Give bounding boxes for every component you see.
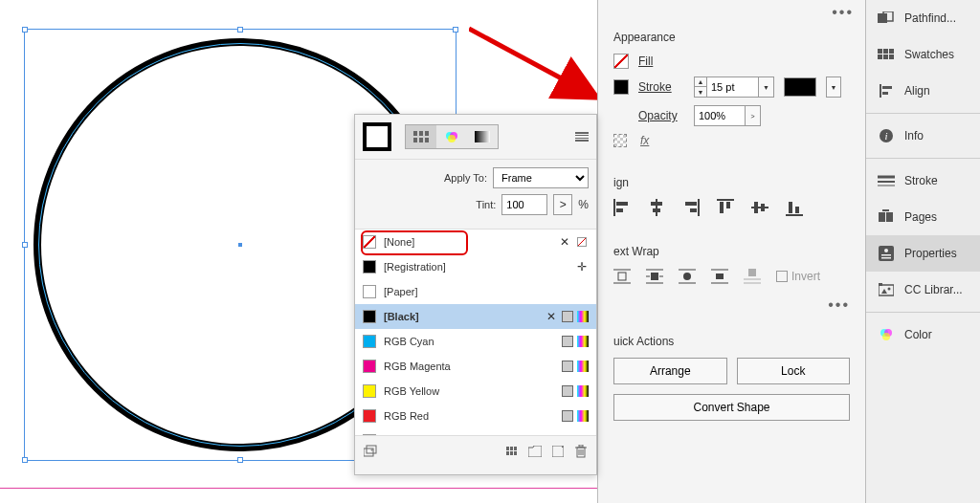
- resize-handle-bm[interactable]: [237, 457, 243, 463]
- swatch-item[interactable]: RGB Red: [355, 404, 596, 428]
- align-right-icon[interactable]: [682, 199, 700, 216]
- align-left-icon[interactable]: [613, 199, 631, 216]
- swatch-tab-gradient[interactable]: [467, 125, 498, 148]
- svg-rect-40: [413, 138, 417, 142]
- swatches-current-swatch[interactable]: [363, 122, 391, 151]
- footer-grid-icon[interactable]: [504, 444, 520, 459]
- fill-label[interactable]: Fill: [638, 55, 653, 68]
- properties-icon: [878, 245, 895, 262]
- panel-menu-icon[interactable]: •••: [832, 4, 854, 21]
- swatches-list[interactable]: [None] ✕ [Registration] ✛ [Paper] [Black…: [355, 229, 596, 435]
- apply-to-label: Apply To:: [444, 172, 487, 184]
- align-center-v-icon[interactable]: [751, 199, 768, 216]
- invert-checkbox-group[interactable]: Invert: [776, 270, 820, 283]
- resize-handle-ml[interactable]: [22, 242, 28, 248]
- stroke-weight-input[interactable]: [707, 77, 759, 98]
- svg-rect-2: [613, 199, 615, 216]
- opacity-dropdown[interactable]: >: [746, 105, 761, 126]
- resize-handle-tl[interactable]: [22, 27, 28, 33]
- svg-rect-5: [656, 199, 657, 216]
- panel-tab-label: Pathfind...: [904, 11, 956, 25]
- swatch-item[interactable]: [Paper]: [355, 279, 596, 304]
- swatch-item[interactable]: [None] ✕: [355, 230, 596, 254]
- panel-tab-align[interactable]: Align: [866, 73, 980, 109]
- align-top-icon[interactable]: [717, 199, 734, 216]
- new-group-icon[interactable]: +: [363, 444, 378, 459]
- svg-rect-55: [514, 451, 517, 455]
- rgb-icon: [577, 336, 589, 347]
- svg-rect-13: [726, 202, 730, 208]
- svg-rect-8: [698, 199, 700, 216]
- textwrap-more-icon[interactable]: •••: [613, 296, 850, 314]
- folder-icon[interactable]: [527, 444, 543, 459]
- panel-tab-label: Properties: [904, 247, 957, 260]
- pathfinder-icon: [878, 10, 895, 27]
- swatches-footer: +: [355, 435, 596, 466]
- lock-button[interactable]: Lock: [737, 358, 851, 384]
- swatch-item[interactable]: RGB Magenta: [355, 354, 596, 379]
- wrap-shape-icon[interactable]: [679, 268, 696, 285]
- swatch-item[interactable]: RGB Green: [355, 428, 596, 435]
- svg-rect-59: [579, 445, 583, 447]
- stroke-label[interactable]: Stroke: [638, 80, 684, 94]
- trash-icon[interactable]: [573, 444, 589, 459]
- wrap-jump-icon[interactable]: [711, 268, 728, 285]
- resize-handle-bl[interactable]: [22, 457, 28, 463]
- tint-input[interactable]: [501, 194, 547, 215]
- fx-icon[interactable]: fx: [640, 134, 649, 147]
- svg-rect-79: [879, 212, 885, 222]
- tint-dropdown[interactable]: >: [553, 194, 572, 215]
- resize-handle-tm[interactable]: [237, 27, 243, 33]
- align-bottom-icon[interactable]: [786, 199, 803, 216]
- swatch-item[interactable]: [Registration] ✛: [355, 254, 596, 279]
- new-swatch-icon[interactable]: [550, 444, 566, 459]
- fill-swatch[interactable]: [613, 54, 629, 69]
- stroke-style-dropdown[interactable]: ▼: [826, 77, 841, 98]
- panel-tab-pathfinder[interactable]: Pathfind...: [866, 0, 980, 36]
- swatch-name: RGB Magenta: [384, 361, 554, 372]
- panel-tab-pages[interactable]: Pages: [866, 199, 980, 235]
- opacity-label[interactable]: Opacity: [638, 109, 684, 122]
- wrap-column-icon[interactable]: [744, 268, 761, 285]
- svg-marker-88: [881, 289, 887, 294]
- stroke-weight-down[interactable]: ▼: [695, 87, 706, 97]
- panel-tab-color[interactable]: Color: [866, 317, 980, 353]
- panel-tab-cc[interactable]: CC Librar...: [866, 272, 980, 308]
- stroke-weight-up[interactable]: ▲: [695, 77, 706, 87]
- stroke-style-swatch[interactable]: [784, 77, 816, 97]
- stroke-weight-dropdown[interactable]: ▼: [759, 77, 774, 98]
- no-edit-icon: ✕: [545, 310, 558, 323]
- invert-checkbox[interactable]: [776, 271, 788, 282]
- swatch-tab-color[interactable]: [436, 125, 467, 148]
- textwrap-title: ext Wrap: [613, 245, 850, 258]
- wrap-none-icon[interactable]: [613, 268, 631, 285]
- svg-rect-69: [883, 55, 888, 59]
- panel-tab-stroke[interactable]: Stroke: [866, 163, 980, 199]
- transparency-icon[interactable]: [613, 134, 627, 147]
- resize-handle-tr[interactable]: [453, 27, 458, 33]
- panel-tab-swatches[interactable]: Swatches: [866, 36, 980, 73]
- svg-rect-50: [506, 447, 509, 450]
- swatches-panel-menu[interactable]: [575, 132, 589, 142]
- panel-tab-properties[interactable]: Properties: [866, 235, 980, 272]
- convert-shape-button[interactable]: Convert Shape: [613, 394, 850, 421]
- svg-rect-12: [720, 202, 724, 213]
- swatch-item[interactable]: RGB Yellow: [355, 379, 596, 404]
- swatch-tab-grid[interactable]: [406, 125, 436, 148]
- swatch-item[interactable]: [Black] ✕: [355, 304, 596, 329]
- apply-to-select[interactable]: Frame: [493, 167, 589, 188]
- panel-tab-info[interactable]: iInfo: [866, 118, 980, 154]
- wrap-around-icon[interactable]: [646, 268, 663, 285]
- svg-rect-42: [425, 138, 429, 142]
- panel-tab-label: Info: [904, 129, 924, 142]
- svg-rect-87: [879, 283, 882, 286]
- stroke-swatch[interactable]: [613, 79, 629, 95]
- align-center-h-icon[interactable]: [648, 199, 665, 216]
- stroke-weight-stepper[interactable]: ▲▼ ▼: [694, 77, 774, 98]
- svg-rect-9: [685, 202, 697, 206]
- arrange-button[interactable]: Arrange: [613, 358, 727, 384]
- opacity-input[interactable]: [694, 105, 746, 126]
- cc-icon: [878, 281, 895, 298]
- panel-tab-label: Align: [904, 84, 930, 98]
- swatch-item[interactable]: RGB Cyan: [355, 329, 596, 354]
